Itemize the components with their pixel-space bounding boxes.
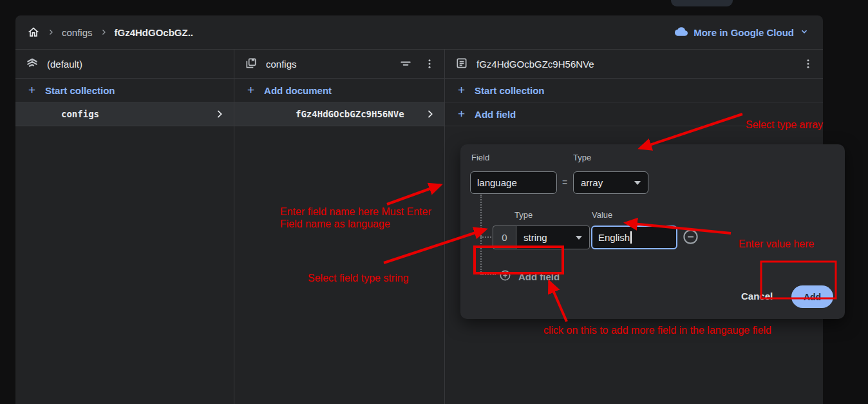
filter-icon[interactable] <box>399 57 412 70</box>
dialog-add-field-button[interactable]: Add field <box>499 266 560 287</box>
document-row[interactable]: fGz4HdGOcbGZc9H56NVe <box>234 102 444 126</box>
add-field-dialog: Field Type language = array Type Value 0… <box>460 144 845 319</box>
chevron-down-icon <box>800 27 809 38</box>
breadcrumb-document[interactable]: fGz4HdGOcbGZ.. <box>115 27 194 38</box>
document-header: fGz4HdGOcbGZc9H56NVe <box>445 50 823 79</box>
plus-icon: + <box>458 108 465 120</box>
collection-row-label: configs <box>61 109 99 119</box>
tree-connector-vertical <box>480 195 482 274</box>
annotation-select-field-type: Select field type string <box>308 273 409 284</box>
collection-title: configs <box>266 59 297 70</box>
caret-down-icon <box>634 181 641 185</box>
add-document-label: Add document <box>264 85 332 96</box>
chevron-right-icon <box>425 109 435 119</box>
equals-sign: = <box>562 177 567 188</box>
type-label: Type <box>573 153 591 162</box>
array-index-value: 0 <box>502 232 507 243</box>
database-icon <box>26 57 39 72</box>
doc-start-collection-button[interactable]: + Start collection <box>445 79 823 102</box>
home-icon[interactable] <box>27 26 40 39</box>
breadcrumb-collection[interactable]: configs <box>62 27 93 38</box>
document-icon <box>455 57 468 72</box>
item-type-select[interactable]: string <box>516 226 590 249</box>
text-cursor <box>630 231 632 244</box>
doc-start-collection-label: Start collection <box>475 85 544 96</box>
doc-add-field-label: Add field <box>475 109 516 120</box>
dialog-add-field-label: Add field <box>518 271 560 282</box>
breadcrumb: configs fGz4HdGOcbGZ.. <box>27 26 193 39</box>
start-collection-label: Start collection <box>45 85 115 96</box>
caret-down-icon <box>576 236 582 240</box>
add-button[interactable]: Add <box>791 285 833 308</box>
firestore-console: configs fGz4HdGOcbGZ.. More in Google Cl… <box>0 0 868 404</box>
plus-icon: + <box>28 84 35 96</box>
kebab-menu-icon[interactable] <box>424 58 435 70</box>
field-name-input[interactable]: language <box>470 171 557 194</box>
start-collection-button[interactable]: + Start collection <box>15 79 234 102</box>
annotation-enter-field-name: Enter field name here Must Enter Field n… <box>280 206 440 230</box>
field-name-value: language <box>477 177 517 188</box>
collection-icon <box>245 57 258 72</box>
cloud-icon <box>675 25 688 40</box>
type-select[interactable]: array <box>573 171 648 194</box>
plus-icon: + <box>247 84 254 96</box>
item-value-text: English <box>598 232 630 243</box>
chevron-right-icon <box>214 109 225 119</box>
cancel-button[interactable]: Cancel <box>741 291 773 302</box>
database-title: (default) <box>47 59 82 70</box>
more-in-google-cloud-button[interactable]: More in Google Cloud <box>675 25 809 40</box>
annotation-enter-value: Enter value here <box>739 238 814 250</box>
item-value-input[interactable]: English <box>591 226 677 249</box>
database-header: (default) <box>15 50 234 79</box>
tree-connector-item <box>480 236 491 238</box>
collection-row-configs[interactable]: configs <box>15 102 234 126</box>
remove-item-button[interactable] <box>682 228 699 245</box>
chevron-right-icon <box>100 28 108 36</box>
more-in-google-cloud-label: More in Google Cloud <box>693 27 794 38</box>
document-title: fGz4HdGOcbGZc9H56NVe <box>476 59 594 70</box>
item-type-label: Type <box>514 210 533 220</box>
item-value-label: Value <box>592 210 612 220</box>
database-column: (default) + Start collection configs <box>15 50 234 404</box>
annotation-add-more-fields: click on this to add more field in the l… <box>543 325 771 336</box>
tree-connector-addfield <box>480 274 496 275</box>
kebab-menu-icon[interactable] <box>802 58 814 70</box>
add-button-label: Add <box>804 292 821 302</box>
item-type-value: string <box>524 232 547 243</box>
plus-circle-icon <box>499 269 511 284</box>
cutoff-pill-button[interactable] <box>671 0 733 6</box>
array-index-box: 0 <box>493 226 516 249</box>
breadcrumb-bar: configs fGz4HdGOcbGZ.. More in Google Cl… <box>15 15 823 50</box>
collection-header: configs <box>234 50 444 79</box>
field-label: Field <box>471 153 489 162</box>
type-select-value: array <box>581 177 603 188</box>
plus-icon: + <box>458 84 465 96</box>
chevron-right-icon <box>47 28 55 36</box>
add-document-button[interactable]: + Add document <box>234 79 444 102</box>
document-row-label: fGz4HdGOcbGZc9H56NVe <box>296 109 404 119</box>
annotation-select-type-array: Select type array <box>746 119 823 131</box>
